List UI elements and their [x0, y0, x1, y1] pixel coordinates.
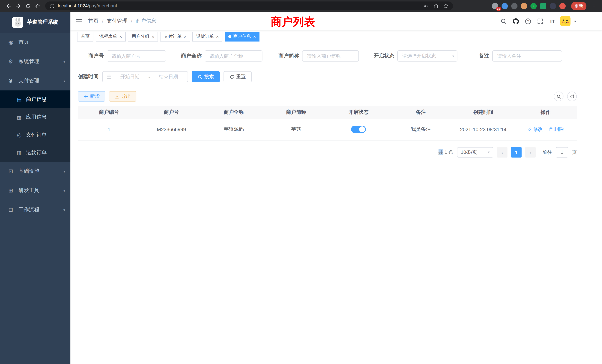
sidebar-item-workflow[interactable]: ⊟ 工作流程 ▾ — [0, 200, 70, 219]
sidebar-item-label: 首页 — [19, 39, 29, 46]
trash-icon — [549, 127, 553, 132]
sidebar-item-home[interactable]: ◉ 首页 — [0, 33, 70, 52]
status-select[interactable]: 请选择开启状态 ▾ — [397, 50, 457, 62]
merchant-no-input[interactable] — [107, 50, 166, 62]
sidebar-item-label: 退款订单 — [26, 149, 47, 156]
reset-button[interactable]: 重置 — [224, 71, 252, 82]
sidebar-item-merchant-info[interactable]: ▤ 商户信息 — [0, 90, 70, 108]
chevron-down-icon: ▾ — [63, 60, 65, 64]
url-host: localhost:1024 — [58, 3, 88, 9]
share-icon[interactable] — [433, 3, 439, 9]
cell-create-time: 2021-10-23 08:31:14 — [452, 119, 515, 140]
url-path: /pay/merchant — [88, 3, 117, 9]
browser-forward-icon[interactable] — [13, 1, 23, 11]
prev-page-button[interactable]: ‹ — [497, 147, 507, 157]
tab-process-form[interactable]: 流程表单× — [96, 32, 126, 41]
bookmark-star-icon[interactable] — [443, 3, 449, 9]
close-icon[interactable]: × — [216, 34, 219, 39]
fullscreen-icon[interactable] — [537, 18, 543, 24]
password-key-icon[interactable] — [423, 3, 429, 9]
delete-link-label: 删除 — [554, 126, 564, 133]
extension-icon[interactable]: 10 — [492, 3, 498, 9]
browser-menu-icon[interactable]: ⋮ — [590, 3, 598, 9]
date-range-picker[interactable]: 开始日期 - 结束日期 — [102, 71, 188, 82]
delete-link[interactable]: 删除 — [549, 126, 564, 133]
extension-icon[interactable] — [550, 3, 556, 9]
full-name-input[interactable] — [205, 50, 262, 62]
tab-user-group[interactable]: 用户分组× — [128, 32, 158, 41]
cell-full-name: 芋道源码 — [203, 119, 265, 140]
short-name-input[interactable] — [302, 50, 359, 62]
extension-icon[interactable] — [511, 3, 517, 9]
extension-icon[interactable] — [559, 3, 566, 9]
sidebar-item-app-info[interactable]: ▦ 应用信息 — [0, 108, 70, 126]
breadcrumb-payment[interactable]: 支付管理 — [107, 18, 128, 24]
total-count: 1 — [444, 149, 447, 155]
close-icon[interactable]: × — [253, 34, 256, 39]
sidebar-item-refund-order[interactable]: ▥ 退款订单 — [0, 144, 70, 162]
col-header: 操作 — [515, 106, 577, 119]
address-bar[interactable]: localhost:1024/pay/merchant — [45, 1, 453, 10]
card-icon: ▤ — [16, 96, 22, 102]
add-button[interactable]: 新增 — [78, 91, 105, 102]
sidebar-item-payment[interactable]: ¥ 支付管理 ▴ — [0, 71, 70, 90]
close-icon[interactable]: × — [152, 34, 154, 39]
sidebar-item-pay-order[interactable]: ◎ 支付订单 — [0, 126, 70, 144]
page-content: 商户号 商户全称 商户简称 开启状态 请选择开启状态 — [70, 43, 602, 157]
close-icon[interactable]: × — [119, 34, 122, 39]
search-icon[interactable] — [500, 18, 506, 24]
target-icon: ◎ — [16, 132, 22, 138]
gear-icon: ⚙ — [7, 58, 14, 65]
tab-refund-order[interactable]: 退款订单× — [192, 32, 222, 41]
search-button[interactable]: 搜索 — [192, 71, 220, 82]
browser-back-icon[interactable] — [4, 1, 13, 11]
refresh-button[interactable] — [567, 92, 577, 101]
extension-icon[interactable] — [502, 3, 508, 9]
chevron-down-icon: ▾ — [488, 150, 490, 154]
date-separator: - — [149, 74, 150, 79]
hamburger-icon[interactable] — [70, 18, 88, 24]
document-icon: ▥ — [16, 150, 22, 156]
start-date-placeholder[interactable]: 开始日期 — [115, 73, 146, 80]
font-size-icon[interactable]: TT — [549, 18, 554, 24]
next-page-button[interactable]: › — [525, 147, 536, 157]
github-icon[interactable] — [513, 18, 519, 24]
table-header-row: 商户编号 商户号 商户全称 商户简称 开启状态 备注 创建时间 操作 — [78, 106, 577, 119]
goto-page-input[interactable] — [556, 147, 568, 157]
extension-icon[interactable] — [540, 3, 546, 9]
close-icon[interactable]: × — [184, 34, 186, 39]
browser-toolbar: localhost:1024/pay/merchant 10 ✓ 更新 ⋮ — [0, 0, 602, 12]
edit-link[interactable]: 修改 — [527, 126, 543, 133]
cell-remark: 我是备注 — [390, 119, 452, 140]
tab-pay-order[interactable]: 支付订单× — [160, 32, 190, 41]
site-info-icon[interactable] — [50, 3, 54, 8]
tab-home[interactable]: 首页 — [77, 32, 93, 41]
cell-merchant-id: 1 — [78, 119, 140, 140]
sidebar-item-system[interactable]: ⚙ 系统管理 ▾ — [0, 52, 70, 71]
export-button[interactable]: 导出 — [109, 91, 136, 102]
app-logo[interactable]: 芋道管理系统 — [0, 12, 70, 33]
page-size-select[interactable]: 10条/页 ▾ — [457, 147, 493, 157]
user-avatar[interactable] — [560, 16, 570, 26]
tab-merchant-info[interactable]: 商户信息× — [225, 32, 259, 41]
sidebar-item-dev-tools[interactable]: ⊞ 研发工具 ▾ — [0, 181, 70, 200]
col-header: 商户号 — [140, 106, 203, 119]
caret-down-icon[interactable]: ▾ — [574, 19, 576, 23]
cell-status — [327, 119, 390, 140]
page-number-button[interactable]: 1 — [511, 147, 522, 157]
breadcrumb-separator: / — [131, 18, 132, 24]
browser-home-icon[interactable] — [33, 1, 42, 11]
help-icon[interactable]: ? — [525, 18, 531, 24]
grid-icon: ▦ — [16, 114, 22, 120]
breadcrumb-home[interactable]: 首页 — [88, 18, 99, 24]
status-toggle[interactable] — [351, 126, 366, 133]
browser-extensions-area: 10 ✓ 更新 ⋮ — [492, 2, 598, 10]
extension-icon[interactable] — [521, 3, 527, 9]
browser-reload-icon[interactable] — [23, 1, 33, 11]
toggle-search-button[interactable] — [554, 92, 563, 101]
end-date-placeholder[interactable]: 结束日期 — [153, 73, 184, 80]
extension-icon[interactable]: ✓ — [530, 3, 537, 9]
sidebar-item-infrastructure[interactable]: ⊡ 基础设施 ▾ — [0, 162, 70, 181]
browser-update-button[interactable]: 更新 — [571, 2, 586, 10]
remark-input[interactable] — [492, 50, 562, 62]
